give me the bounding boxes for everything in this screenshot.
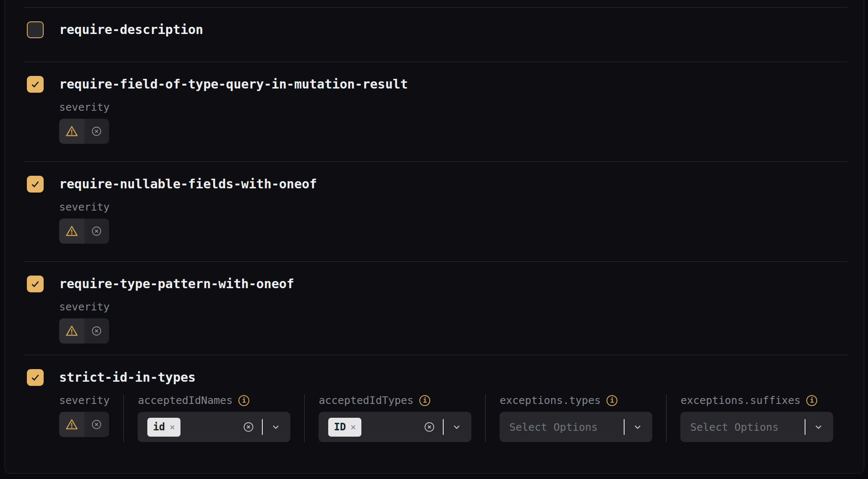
field-label-text: acceptedIdTypes bbox=[319, 394, 413, 407]
multiselect-accepted-id-types[interactable]: ID ✕ bbox=[319, 412, 471, 442]
chip-remove-icon[interactable]: ✕ bbox=[170, 422, 175, 432]
severity-column: severity bbox=[59, 394, 110, 442]
card-top-spacer bbox=[5, 0, 864, 7]
clear-icon bbox=[424, 421, 435, 433]
chip-value: id bbox=[153, 418, 165, 437]
rule-checkbox[interactable] bbox=[27, 369, 44, 386]
chip-value: ID bbox=[334, 418, 346, 437]
severity-off-button[interactable] bbox=[84, 318, 110, 344]
field-exceptions-types: exceptions.types i Select Options bbox=[499, 394, 652, 442]
checkmark-icon bbox=[30, 372, 41, 383]
checkmark-icon bbox=[30, 79, 41, 90]
multiselect-exceptions-suffixes[interactable]: Select Options bbox=[680, 412, 833, 442]
severity-warn-button[interactable] bbox=[59, 119, 84, 144]
severity-label: severity bbox=[59, 394, 110, 407]
field-accepted-id-types: acceptedIdTypes i ID ✕ bbox=[319, 394, 471, 442]
rule-header: require-field-of-type-query-in-mutation-… bbox=[27, 76, 847, 93]
info-icon[interactable]: i bbox=[238, 395, 249, 406]
severity-off-button[interactable] bbox=[84, 412, 110, 437]
rule-header: require-type-pattern-with-oneof bbox=[27, 276, 847, 292]
select-divider bbox=[262, 419, 263, 435]
rule-options: severity acceptedIdNames bbox=[59, 394, 847, 442]
checkmark-icon bbox=[30, 279, 41, 289]
rule-name: strict-id-in-types bbox=[59, 369, 196, 386]
rule-checkbox[interactable] bbox=[27, 21, 44, 38]
rule-options: severity bbox=[59, 101, 847, 144]
rules-panel: require-description require-field-of-typ… bbox=[5, 0, 864, 474]
rule-item: require-description bbox=[5, 8, 864, 62]
multiselect-accepted-id-names[interactable]: id ✕ bbox=[138, 412, 290, 442]
rule-name: require-type-pattern-with-oneof bbox=[59, 276, 294, 292]
field-exceptions-suffixes: exceptions.suffixes i Select Options bbox=[680, 394, 833, 442]
rule-checkbox[interactable] bbox=[27, 76, 44, 93]
warning-icon bbox=[65, 418, 78, 431]
select-placeholder: Select Options bbox=[690, 421, 779, 433]
chevron-down-icon[interactable] bbox=[270, 422, 281, 432]
column-divider bbox=[123, 394, 124, 442]
chevron-down-icon[interactable] bbox=[813, 422, 824, 432]
warning-icon bbox=[65, 324, 78, 338]
clear-selection-button[interactable] bbox=[424, 421, 435, 433]
select-divider bbox=[805, 419, 805, 435]
column-divider bbox=[666, 394, 667, 442]
clear-icon bbox=[243, 421, 254, 433]
field-label: exceptions.suffixes i bbox=[680, 394, 833, 407]
chevron-down-icon[interactable] bbox=[632, 422, 643, 432]
severity-label: severity bbox=[59, 301, 847, 313]
rule-header: require-description bbox=[27, 21, 847, 38]
severity-toggle bbox=[59, 219, 109, 244]
rule-header: strict-id-in-types bbox=[27, 369, 847, 386]
column-divider bbox=[485, 394, 486, 442]
rule-name: require-description bbox=[59, 21, 203, 38]
severity-label: severity bbox=[59, 101, 847, 114]
circle-x-icon bbox=[91, 125, 102, 137]
rule-item: require-type-pattern-with-oneof severity bbox=[5, 262, 864, 355]
select-placeholder: Select Options bbox=[509, 421, 598, 433]
severity-warn-button[interactable] bbox=[59, 318, 84, 344]
circle-x-icon bbox=[91, 419, 102, 430]
selected-value-chip: id ✕ bbox=[147, 418, 180, 437]
rule-options: severity bbox=[59, 201, 847, 244]
rules-settings-page: require-description require-field-of-typ… bbox=[0, 0, 868, 479]
severity-warn-button[interactable] bbox=[59, 219, 84, 244]
select-divider bbox=[443, 419, 444, 435]
rule-item: require-nullable-fields-with-oneof sever… bbox=[5, 162, 864, 261]
severity-toggle bbox=[59, 119, 109, 144]
select-divider bbox=[624, 419, 625, 435]
rule-item: strict-id-in-types severity bbox=[5, 355, 864, 472]
severity-label: severity bbox=[59, 201, 847, 213]
rule-item: require-field-of-type-query-in-mutation-… bbox=[5, 62, 864, 161]
chip-remove-icon[interactable]: ✕ bbox=[350, 422, 356, 432]
severity-warn-button[interactable] bbox=[59, 412, 84, 437]
circle-x-icon bbox=[91, 225, 102, 237]
circle-x-icon bbox=[91, 325, 102, 337]
info-icon[interactable]: i bbox=[607, 395, 617, 406]
field-accepted-id-names: acceptedIdNames i id ✕ bbox=[138, 394, 290, 442]
severity-toggle bbox=[59, 412, 109, 437]
multiselect-exceptions-types[interactable]: Select Options bbox=[499, 412, 652, 442]
field-label-text: exceptions.suffixes bbox=[680, 394, 800, 407]
column-divider bbox=[304, 394, 305, 442]
warning-icon bbox=[65, 125, 78, 138]
field-label: exceptions.types i bbox=[499, 394, 652, 407]
severity-off-button[interactable] bbox=[84, 119, 110, 144]
chevron-down-icon[interactable] bbox=[451, 422, 462, 432]
field-label-text: exceptions.types bbox=[499, 394, 601, 407]
rule-name: require-field-of-type-query-in-mutation-… bbox=[59, 76, 408, 93]
warning-icon bbox=[65, 224, 78, 238]
severity-off-button[interactable] bbox=[84, 219, 110, 244]
rule-header: require-nullable-fields-with-oneof bbox=[27, 176, 847, 193]
checkmark-icon bbox=[30, 179, 41, 190]
field-label-text: acceptedIdNames bbox=[138, 394, 233, 407]
rule-checkbox[interactable] bbox=[27, 276, 44, 292]
rule-options: severity bbox=[59, 301, 847, 344]
info-icon[interactable]: i bbox=[419, 395, 430, 406]
field-label: acceptedIdTypes i bbox=[319, 394, 471, 407]
info-icon[interactable]: i bbox=[806, 395, 817, 406]
severity-toggle bbox=[59, 318, 109, 344]
field-label: acceptedIdNames i bbox=[138, 394, 290, 407]
rule-name: require-nullable-fields-with-oneof bbox=[59, 176, 317, 193]
selected-value-chip: ID ✕ bbox=[328, 418, 361, 437]
clear-selection-button[interactable] bbox=[243, 421, 254, 433]
rule-checkbox[interactable] bbox=[27, 176, 44, 193]
